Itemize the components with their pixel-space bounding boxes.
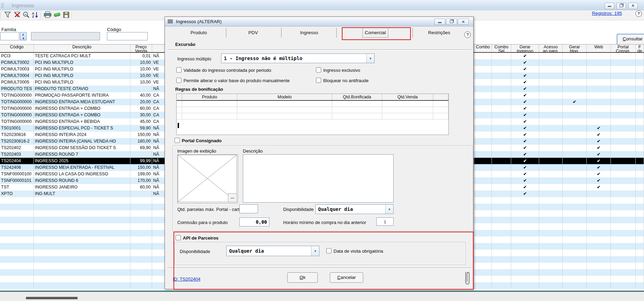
cell-web	[587, 105, 611, 112]
bonificacao-header-row: ProdutoModeloQtd.BonificadaQtd.Venda	[177, 94, 448, 101]
checkbox-permite-alterar[interactable]: Permite alterar o valor base do produto …	[176, 78, 290, 83]
export-icon[interactable]	[53, 11, 61, 19]
cell-extra	[636, 125, 644, 132]
column-header[interactable]: Acesso ao parq.	[539, 45, 563, 52]
cell-gi: ✔	[511, 105, 539, 112]
column-header[interactable]: Descrição	[34, 45, 130, 52]
cell-gb: ✔	[563, 99, 587, 105]
api-disponibilidade-select[interactable]: Qualquer dia ▾	[226, 246, 319, 256]
column-header[interactable]: Combo	[474, 45, 492, 52]
close-button[interactable]: ✕	[628, 3, 638, 9]
search-count-icon[interactable]: n	[22, 11, 30, 19]
familia-descricao-field	[31, 32, 100, 40]
bonif-cell	[182, 107, 237, 113]
tab-restricoes[interactable]: Restrições	[428, 30, 450, 35]
print-icon[interactable]	[43, 11, 52, 19]
cell-extra	[636, 263, 644, 269]
cell-combo_sel	[492, 269, 511, 276]
ingresso-multiplo-select[interactable]: 1 - Ingresso não é múltiplo ▾	[221, 54, 375, 63]
cell-portal	[611, 118, 636, 125]
checkbox-label: Validade do ingresso controlada por peri…	[184, 68, 271, 73]
cell-combo_sel	[492, 210, 511, 217]
cell-combo_sel	[492, 72, 511, 79]
filter-icon[interactable]	[3, 11, 12, 19]
dialog-minimize-button[interactable]	[434, 19, 445, 25]
cell-codigo: PCIMULT0005	[0, 79, 34, 86]
cell-codigo: TSNF00000101	[0, 177, 34, 184]
horizontal-scrollbar[interactable]	[0, 292, 644, 301]
help-icon[interactable]: ?	[635, 10, 642, 17]
dialog-close-button[interactable]: ✕	[458, 19, 469, 25]
column-header[interactable]: Web	[587, 45, 611, 52]
cell-codigo: PCIMULT0004	[0, 72, 34, 79]
tab-produto[interactable]: Produto	[190, 30, 207, 35]
cell-combo	[474, 171, 492, 177]
horario-minimo-input[interactable]	[376, 217, 394, 226]
codigo-input[interactable]	[107, 32, 148, 40]
tab-separator	[226, 28, 226, 38]
sort-az-icon[interactable]: A Z	[31, 11, 39, 19]
cell-extra	[636, 282, 644, 289]
cell-extra	[636, 177, 644, 184]
checkbox-portal-consignado[interactable]: Portal Consignado	[175, 138, 222, 143]
restore-button[interactable]	[616, 3, 626, 9]
column-header[interactable]: Gerar Ingresso	[511, 45, 539, 52]
column-header[interactable]: Código	[0, 45, 34, 52]
ok-button[interactable]: Ok	[287, 272, 318, 283]
cell-web	[587, 276, 611, 282]
dialog-menu-icon[interactable]	[168, 20, 173, 20]
cell-codigo	[0, 236, 34, 243]
comissao-input[interactable]	[239, 217, 269, 226]
browse-image-button[interactable]: ...	[228, 193, 237, 202]
tab-pdv[interactable]: PDV	[248, 30, 258, 35]
cell-acesso	[539, 112, 563, 118]
checkbox-data-visita[interactable]: Data de visita obrigatória	[326, 248, 383, 254]
cell-extra	[636, 151, 644, 158]
qtd-parcelas-input[interactable]	[239, 204, 258, 213]
disponibilidade-label: Disponibilidade	[283, 207, 314, 212]
cancel-button[interactable]: Cancelar	[330, 272, 363, 283]
cell-portal	[611, 282, 636, 289]
cell-combo	[474, 276, 492, 282]
cell-codigo	[0, 256, 34, 263]
column-header[interactable]: Gerar bloq.	[563, 45, 587, 52]
cell-web: ✔	[587, 145, 611, 151]
disponibilidade-select[interactable]: Qualquer dia ▾	[315, 204, 394, 214]
column-header[interactable]: Preço Venda	[130, 45, 152, 52]
minimize-button[interactable]	[605, 3, 614, 9]
descricao-textarea[interactable]	[243, 154, 394, 203]
cell-combo	[474, 243, 492, 250]
familia-f4-button[interactable]: F4	[20, 32, 27, 40]
cell-gb	[563, 158, 587, 164]
horizontal-scrollbar-thumb[interactable]	[26, 297, 78, 299]
bonif-empty-row[interactable]	[177, 107, 448, 113]
consultar-button[interactable]: Consultar	[617, 34, 644, 45]
cell-combo_sel	[492, 151, 511, 158]
familia-input[interactable]	[0, 32, 19, 40]
ingresso-multiplo-value: 1 - Ingresso não é múltiplo	[221, 54, 366, 63]
dialog-restore-button[interactable]	[446, 19, 457, 25]
registros-link[interactable]: Registros: 195	[592, 11, 622, 16]
cell-acesso	[539, 171, 563, 177]
column-header[interactable]: F de	[636, 45, 644, 52]
cell-web	[587, 223, 611, 230]
record-id-link[interactable]: ID: TS202404	[173, 276, 200, 282]
checkbox-validade[interactable]: Validade do ingresso controlada por peri…	[176, 67, 271, 73]
tab-ingresso[interactable]: Ingresso	[300, 30, 318, 35]
tab-comercial[interactable]: Comercial	[365, 30, 386, 35]
bonif-empty-row[interactable]	[177, 113, 448, 119]
bonificacao-grid[interactable]: ProdutoModeloQtd.BonificadaQtd.Venda	[176, 94, 449, 135]
dialog-help-icon[interactable]: ?	[464, 31, 471, 38]
checkbox-label: Bloquear no antifraude	[323, 78, 369, 83]
column-header[interactable]: Combo Sel	[492, 45, 511, 52]
clear-filter-icon[interactable]	[13, 11, 21, 19]
checkbox-icon	[176, 235, 181, 240]
cell-acesso	[539, 79, 563, 86]
checkbox-api-parceiros[interactable]: API de Parceiros	[176, 235, 218, 241]
column-header[interactable]: Portal Consig.	[611, 45, 636, 52]
bonif-empty-row[interactable]	[177, 101, 448, 107]
checkbox-bloquear-antifraude[interactable]: Bloquear no antifraude	[316, 78, 369, 83]
checkbox-ingresso-exclusivo[interactable]: Ingresso exclusivo	[316, 67, 360, 73]
save-icon[interactable]	[62, 11, 70, 19]
cell-preco: 170,00	[130, 177, 152, 184]
